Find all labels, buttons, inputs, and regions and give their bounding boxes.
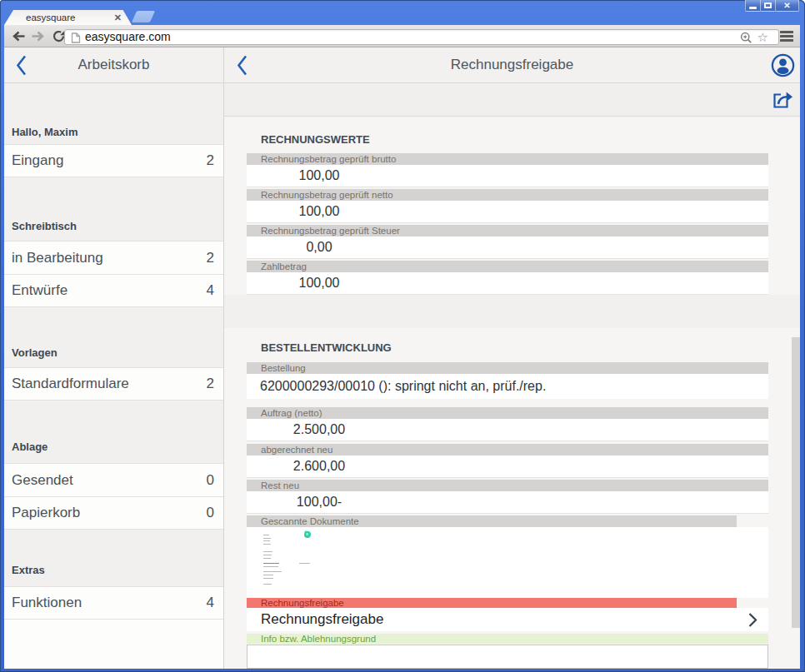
sidebar-section-label: Vorlagen xyxy=(12,346,58,359)
scrollbar-thumb[interactable] xyxy=(792,337,800,628)
section-bestellentwicklung: BESTELLENTWICKLUNG Bestellung 6200000293… xyxy=(224,328,800,669)
page-title: Rechnungsfreigabe xyxy=(224,47,800,82)
sidebar-section-greeting: Hallo, Maxim xyxy=(4,83,223,144)
sidebar-item-standardformulare[interactable]: Standardformulare 2 xyxy=(4,367,223,401)
sidebar-item-count: 0 xyxy=(207,472,214,489)
sidebar: Hallo, Maxim Eingang 2 Schreibtisch in B… xyxy=(4,83,224,669)
field-value[interactable]: 100,00- xyxy=(247,491,768,514)
window-close-icon: ✕ xyxy=(783,1,790,11)
field-label: abgerechnet neu xyxy=(247,444,768,455)
field-value[interactable]: 100,00 xyxy=(247,272,768,295)
sidebar-item-label: Eingang xyxy=(12,152,63,169)
field-info-label: Info bzw. Ablehnungsgrund xyxy=(247,634,768,644)
field-value[interactable]: 2.600,00 xyxy=(247,455,768,478)
rechnungsfreigabe-row[interactable]: Rechnungsfreigabe xyxy=(247,608,768,631)
sidebar-item-count: 2 xyxy=(207,152,214,169)
menu-bar xyxy=(780,39,793,42)
window-close-button[interactable]: ✕ xyxy=(775,0,799,12)
page-icon xyxy=(71,32,81,43)
document-text-line xyxy=(263,555,272,555)
user-profile-icon[interactable] xyxy=(771,53,795,77)
field-label: Rechnungsbetrag geprüft Steuer xyxy=(247,225,768,236)
scanned-document-thumbnail[interactable] xyxy=(263,528,315,595)
sidebar-item-label: Papierkorb xyxy=(12,505,80,521)
document-text-line xyxy=(263,578,273,579)
sidebar-item-entwuerfe[interactable]: Entwürfe 4 xyxy=(4,274,223,307)
info-input[interactable] xyxy=(247,645,768,669)
field-value[interactable]: 0,00 xyxy=(247,236,768,259)
field-rechnungsbetrag-geprueft-netto: Rechnungsbetrag geprüft netto 100,00 xyxy=(247,189,768,223)
sidebar-title: Arbeitskorb xyxy=(4,47,223,82)
forward-arrow-icon xyxy=(31,31,45,42)
maximize-icon xyxy=(764,2,772,8)
forward-button[interactable] xyxy=(29,28,46,44)
sidebar-section-schreibtisch: Schreibtisch xyxy=(4,177,223,241)
tab-close-icon[interactable]: ✕ xyxy=(114,10,122,25)
field-value[interactable]: 2.500,00 xyxy=(247,419,768,441)
field-value[interactable]: 100,00 xyxy=(247,201,768,223)
sidebar-item-funktionen[interactable]: Funktionen 4 xyxy=(4,586,223,620)
document-text-line xyxy=(299,563,310,564)
sidebar-section-label: Extras xyxy=(12,564,45,576)
browser-titlebar: easysquare ✕ ✕ xyxy=(0,0,805,25)
sidebar-item-gesendet[interactable]: Gesendet 0 xyxy=(4,463,223,496)
browser-window: easysquare ✕ ✕ xyxy=(0,0,805,672)
sidebar-item-label: Funktionen xyxy=(12,595,82,611)
url-text[interactable]: easysquare.com xyxy=(85,30,171,44)
field-status-label: Rechnungsfreigabe xyxy=(247,598,737,608)
back-button[interactable] xyxy=(10,28,27,44)
new-tab-button[interactable] xyxy=(132,11,155,22)
detail-header: Rechnungsfreigabe xyxy=(224,47,800,83)
screen: easysquare ✕ ✕ xyxy=(0,0,805,672)
field-rechnungsbetrag-geprueft-brutto: Rechnungsbetrag geprüft brutto 100,00 xyxy=(247,153,768,187)
document-text-line xyxy=(263,558,271,559)
document-text-line xyxy=(263,584,272,585)
document-text-line xyxy=(263,575,273,575)
field-value[interactable]: 6200000293/00010 (): springt nicht an, p… xyxy=(247,374,768,399)
field-label: Bestellung xyxy=(247,362,768,374)
window-minimize-button[interactable] xyxy=(745,0,761,12)
field-value[interactable]: 100,00 xyxy=(247,165,768,187)
sidebar-section-label: Ablage xyxy=(12,441,48,453)
window-controls: ✕ xyxy=(746,0,799,12)
sidebar-section-label: Hallo, Maxim xyxy=(12,126,78,138)
back-arrow-icon xyxy=(12,31,26,42)
sidebar-item-count: 2 xyxy=(207,250,214,266)
chevron-right-icon xyxy=(748,612,758,628)
zoom-icon[interactable] xyxy=(740,32,752,44)
field-label: Rest neu xyxy=(247,480,768,491)
sidebar-item-label: Gesendet xyxy=(12,472,73,489)
field-rechnungsfreigabe: Rechnungsfreigabe Rechnungsfreigabe xyxy=(247,598,768,631)
sidebar-section-label: Schreibtisch xyxy=(12,220,77,232)
share-icon[interactable] xyxy=(771,88,794,112)
field-gescannte-dokumente: Gescannte Dokumente xyxy=(247,515,768,598)
field-abgerechnet-neu: abgerechnet neu 2.600,00 xyxy=(247,444,768,478)
document-text-line xyxy=(263,535,269,535)
browser-tab[interactable]: easysquare ✕ xyxy=(4,10,132,25)
sidebar-item-count: 0 xyxy=(207,505,214,521)
sidebar-filler xyxy=(4,620,223,669)
reload-icon xyxy=(52,30,65,42)
field-auftrag-netto: Auftrag (netto) 2.500,00 xyxy=(247,407,768,441)
document-text-line xyxy=(263,538,271,539)
sidebar-item-eingang[interactable]: Eingang 2 xyxy=(4,144,223,177)
field-label: Gescannte Dokumente xyxy=(247,515,737,527)
sidebar-item-in-bearbeitung[interactable]: in Bearbeitung 2 xyxy=(4,241,223,274)
field-label: Rechnungsbetrag geprüft brutto xyxy=(247,153,768,165)
sidebar-item-papierkorb[interactable]: Papierkorb 0 xyxy=(4,496,223,530)
scanned-documents-area xyxy=(247,527,768,598)
bookmark-star-icon[interactable]: ☆ xyxy=(758,29,768,45)
detail-scrollbar[interactable] xyxy=(792,83,800,669)
window-maximize-button[interactable] xyxy=(760,0,776,12)
browser-toolbar: easysquare.com ☆ xyxy=(4,25,800,47)
sidebar-header: Arbeitskorb xyxy=(4,47,224,83)
sidebar-item-count: 4 xyxy=(207,595,214,611)
minimize-icon xyxy=(749,7,757,9)
sidebar-item-label: Standardformulare xyxy=(12,376,129,392)
document-text-line xyxy=(263,571,282,572)
sidebar-section-extras: Extras xyxy=(4,530,223,586)
section-title: BESTELLENTWICKLUNG xyxy=(224,328,800,362)
document-text-line xyxy=(263,551,272,552)
browser-menu-button[interactable] xyxy=(780,31,793,42)
address-bar[interactable]: easysquare.com ☆ xyxy=(64,29,779,45)
